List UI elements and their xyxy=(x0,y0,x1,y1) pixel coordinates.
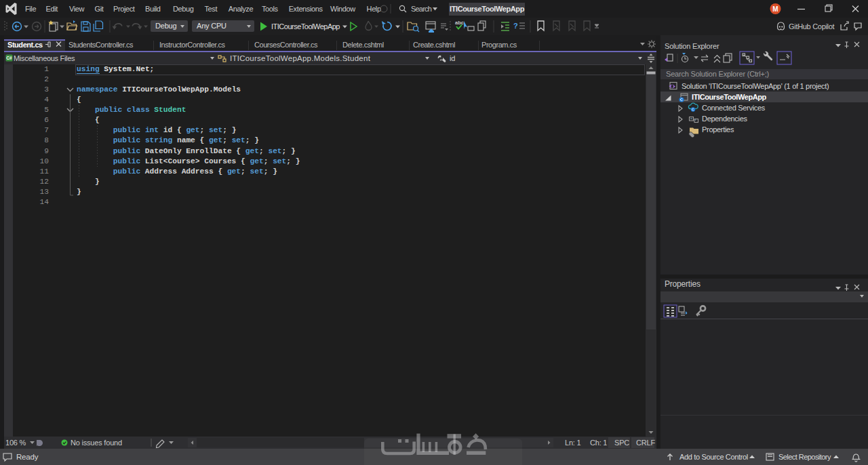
svg-text:C#: C# xyxy=(6,56,12,60)
svg-text:M: M xyxy=(772,5,778,13)
svg-text:?: ? xyxy=(513,22,518,30)
svg-text:abc: abc xyxy=(455,20,464,26)
